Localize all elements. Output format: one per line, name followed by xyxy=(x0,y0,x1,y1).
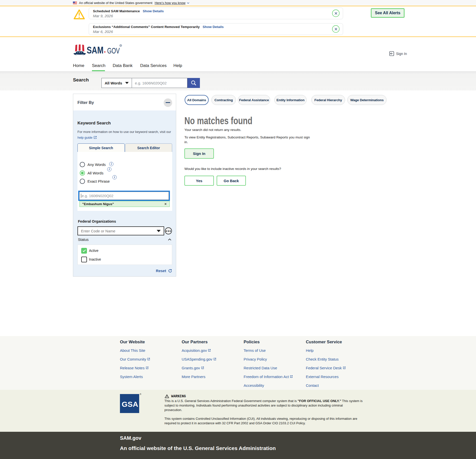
svg-text:GOV: GOV xyxy=(107,46,120,55)
svg-text:R: R xyxy=(120,45,121,46)
svg-text:SAM: SAM xyxy=(87,45,103,55)
